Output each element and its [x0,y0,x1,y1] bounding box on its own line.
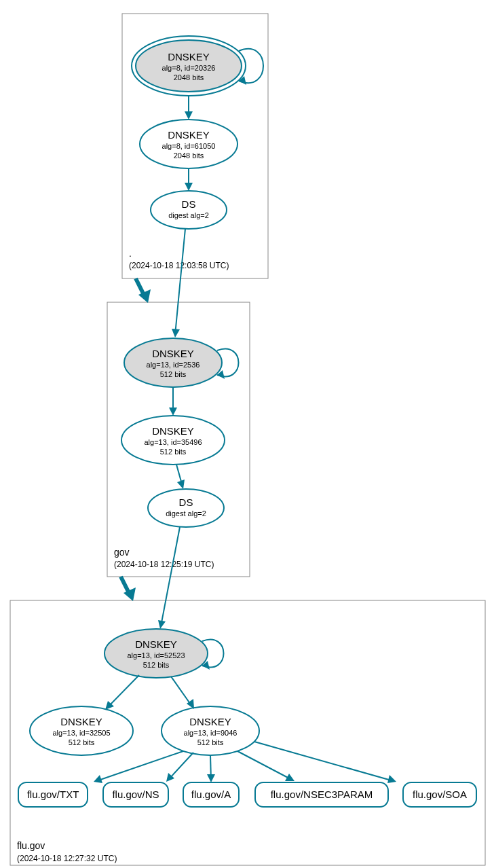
node-rr-txt: flu.gov/TXT [18,782,88,807]
dnssec-trust-diagram: . (2024-10-18 12:03:58 UTC) gov (2024-10… [0,0,494,868]
node-rr-nsec3: flu.gov/NSEC3PARAM [255,782,388,807]
zone-ts-gov: (2024-10-18 12:25:19 UTC) [114,560,214,569]
svg-marker-29 [207,774,215,782]
flu-ksk-line1: alg=13, id=52523 [127,651,185,659]
gov-ds-title: DS [179,496,193,508]
flu-zsk-a-line2: 512 bits [69,738,95,746]
svg-marker-15 [158,620,166,629]
root-ds-line1: digest alg=2 [168,211,209,219]
root-ksk-line2: 2048 bits [174,73,204,82]
edge-zsk-b-to-soa [254,742,394,781]
flu-ksk-title: DNSKEY [135,638,177,650]
edge-zsk-b-to-ns [168,753,193,780]
svg-marker-31 [387,775,396,783]
zone-arrow-root-gov [136,278,144,295]
zone-ts-root: (2024-10-18 12:03:58 UTC) [129,261,229,270]
flu-ksk-line2: 512 bits [143,661,170,669]
rr-soa-title: flu.gov/SOA [413,789,467,800]
zone-name-root: . [129,248,132,259]
zone-name-gov: gov [114,547,130,558]
gov-ksk-line1: alg=13, id=2536 [147,361,200,369]
gov-zsk-line2: 512 bits [160,448,187,456]
svg-point-4 [151,191,227,229]
zone-ts-flu: (2024-10-18 12:27:32 UTC) [17,854,117,863]
gov-ksk-line2: 512 bits [160,370,187,378]
rr-a-title: flu.gov/A [191,789,231,800]
zone-arrow-gov-flu [121,577,129,593]
flu-zsk-b-line1: alg=13, id=9046 [184,729,238,737]
zone-name-flu: flu.gov [17,840,45,851]
arrow-root-ksk-self [239,76,246,85]
svg-marker-7 [172,329,180,338]
root-zsk-line2: 2048 bits [174,151,204,160]
node-root-zsk: DNSKEY alg=8, id=61050 2048 bits [140,120,238,168]
edge-flu-ksk-to-zsk-a [107,675,139,708]
root-ksk-title: DNSKEY [168,51,210,62]
svg-marker-3 [185,111,193,120]
node-gov-zsk: DNSKEY alg=13, id=35496 512 bits [121,416,225,465]
edge-zsk-b-to-nsec3 [238,751,292,780]
root-ds-title: DS [182,198,196,210]
node-gov-ksk: DNSKEY alg=13, id=2536 512 bits [124,338,222,387]
svg-marker-11 [169,408,177,416]
rr-txt-title: flu.gov/TXT [27,789,79,800]
node-flu-ksk: DNSKEY alg=13, id=52523 512 bits [104,629,208,678]
gov-ksk-title: DNSKEY [152,348,194,359]
gov-zsk-line1: alg=13, id=35496 [144,438,202,446]
svg-marker-13 [177,480,185,489]
edge-root-ds-to-gov-ksk [175,229,185,335]
edge-flu-ksk-to-zsk-b [171,676,192,706]
rr-ns-title: flu.gov/NS [112,789,159,800]
root-zsk-title: DNSKEY [168,129,210,141]
node-gov-ds: DS digest alg=2 [148,489,224,527]
node-root-ksk: DNSKEY alg=8, id=20326 2048 bits [132,36,246,96]
root-zsk-line1: alg=8, id=61050 [162,142,216,150]
gov-zsk-title: DNSKEY [152,425,194,437]
svg-marker-5 [185,183,193,191]
node-rr-soa: flu.gov/SOA [403,782,476,807]
root-ksk-line1: alg=8, id=20326 [162,64,216,72]
flu-zsk-b-title: DNSKEY [189,716,231,727]
flu-zsk-a-line1: alg=13, id=32505 [52,729,110,737]
node-flu-zsk-b: DNSKEY alg=13, id=9046 512 bits [162,706,259,755]
node-rr-ns: flu.gov/NS [103,782,168,807]
node-rr-a: flu.gov/A [183,782,239,807]
svg-point-12 [148,489,224,527]
flu-zsk-b-line2: 512 bits [197,738,224,746]
flu-zsk-a-title: DNSKEY [60,716,102,727]
rr-nsec3-title: flu.gov/NSEC3PARAM [271,789,373,800]
node-flu-zsk-a: DNSKEY alg=13, id=32505 512 bits [30,706,133,755]
gov-ds-line1: digest alg=2 [166,509,206,518]
node-root-ds: DS digest alg=2 [151,191,227,229]
